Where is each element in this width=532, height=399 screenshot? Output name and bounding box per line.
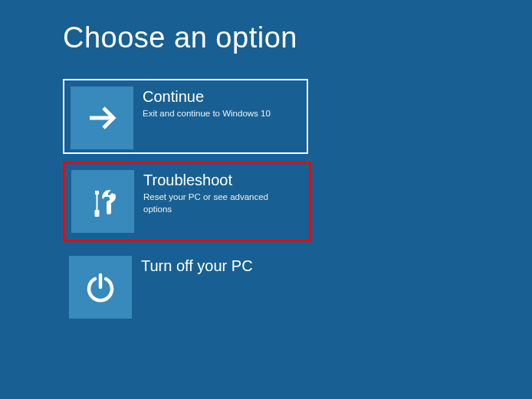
troubleshoot-title: Troubleshoot	[143, 170, 295, 190]
svg-rect-1	[95, 191, 99, 195]
svg-rect-2	[97, 195, 98, 210]
troubleshoot-tile[interactable]: Troubleshoot Reset your PC or see advanc…	[63, 162, 311, 242]
svg-rect-4	[107, 201, 111, 214]
continue-tile[interactable]: Continue Exit and continue to Windows 10	[63, 79, 308, 154]
continue-desc: Exit and continue to Windows 10	[143, 108, 271, 120]
page-title: Choose an option	[63, 21, 532, 54]
power-icon	[69, 256, 132, 319]
turn-off-title: Turn off your PC	[141, 256, 253, 276]
turn-off-tile[interactable]: Turn off your PC	[63, 250, 308, 325]
svg-rect-3	[95, 210, 100, 217]
continue-title: Continue	[143, 87, 271, 106]
options-list: Continue Exit and continue to Windows 10	[63, 79, 532, 325]
arrow-right-icon	[71, 87, 133, 149]
troubleshoot-desc: Reset your PC or see advanced options	[143, 191, 295, 215]
tools-icon	[71, 170, 134, 233]
